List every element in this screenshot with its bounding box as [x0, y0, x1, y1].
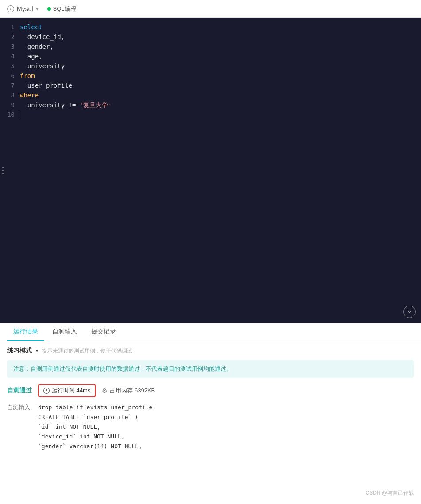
sql-tag: SQL编程	[47, 5, 76, 13]
test-input-content: drop table if exists user_profile; CREAT…	[38, 403, 156, 451]
test-line-1: drop table if exists user_profile;	[38, 403, 156, 412]
clock-icon	[43, 388, 50, 394]
practice-mode-desc: 提示未通过的测试用例，便于代码调试	[42, 347, 132, 355]
code-line-6: from	[20, 71, 421, 81]
tab-run-result[interactable]: 运行结果	[7, 323, 44, 341]
code-container: 1 2 3 4 5 6 7 8 9 10 select device_id, g…	[0, 18, 421, 123]
db-info-icon: i	[7, 5, 14, 12]
code-line-3: gender,	[20, 42, 421, 51]
memory-badge: ⚙ 占用内存 6392KB	[102, 387, 155, 395]
code-line-8: where	[20, 90, 421, 100]
db-name: Mysql	[17, 5, 33, 12]
code-line-2: device_id,	[20, 32, 421, 42]
time-badge: 运行时间 44ms	[38, 384, 96, 397]
code-line-10	[20, 110, 421, 120]
code-line-1: select	[20, 22, 421, 32]
practice-mode-bar: 练习模式 ▾ 提示未通过的测试用例，便于代码调试	[7, 347, 414, 355]
results-area: 练习模式 ▾ 提示未通过的测试用例，便于代码调试 注意：自测用例通过仅代表自测时…	[0, 341, 421, 457]
code-line-9: university != '复旦大学'	[20, 100, 421, 110]
test-input-row: 自测输入 drop table if exists user_profile; …	[7, 403, 414, 451]
test-input-section: 自测输入 drop table if exists user_profile; …	[7, 403, 414, 451]
code-line-7: user_profile	[20, 81, 421, 90]
db-selector[interactable]: i Mysql ▾	[7, 5, 39, 12]
sql-label: SQL编程	[53, 5, 76, 13]
test-line-5: `gender` varchar(14) NOT NULL,	[38, 442, 156, 451]
test-input-label: 自测输入	[7, 403, 38, 451]
pass-label: 自测通过	[7, 387, 32, 395]
result-row: 自测通过 运行时间 44ms ⚙ 占用内存 6392KB	[7, 384, 414, 397]
notice-box: 注意：自测用例通过仅代表自测时使用的数据通过，不代表题目的测试用例均能通过。	[7, 360, 414, 378]
result-tabs: 运行结果 自测输入 提交记录	[0, 323, 421, 341]
practice-mode-label: 练习模式	[7, 347, 32, 355]
line-numbers: 1 2 3 4 5 6 7 8 9 10	[0, 21, 20, 120]
top-bar: i Mysql ▾ SQL编程	[0, 0, 421, 18]
test-line-2: CREATE TABLE `user_profile` (	[38, 412, 156, 422]
watermark: CSDN @与自己作战	[365, 489, 414, 497]
test-line-3: `id` int NOT NULL,	[38, 422, 156, 432]
side-handle	[2, 167, 4, 174]
scroll-down-button[interactable]	[403, 306, 416, 318]
sql-dot	[47, 7, 51, 11]
code-block[interactable]: select device_id, gender, age, universit…	[20, 21, 421, 120]
tab-submit-history[interactable]: 提交记录	[85, 323, 122, 341]
test-line-4: `device_id` int NOT NULL,	[38, 432, 156, 442]
tab-self-test[interactable]: 自测输入	[46, 323, 83, 341]
notice-text: 注意：自测用例通过仅代表自测时使用的数据通过，不代表题目的测试用例均能通过。	[13, 365, 232, 372]
memory-label: 占用内存 6392KB	[110, 387, 155, 395]
db-chevron-icon: ▾	[36, 6, 39, 12]
gear-icon: ⚙	[102, 387, 108, 394]
code-line-5: university	[20, 61, 421, 71]
practice-mode-arrow-icon[interactable]: ▾	[35, 348, 39, 354]
time-label: 运行时间 44ms	[52, 387, 90, 395]
code-line-4: age,	[20, 51, 421, 61]
editor-area[interactable]: 1 2 3 4 5 6 7 8 9 10 select device_id, g…	[0, 18, 421, 323]
